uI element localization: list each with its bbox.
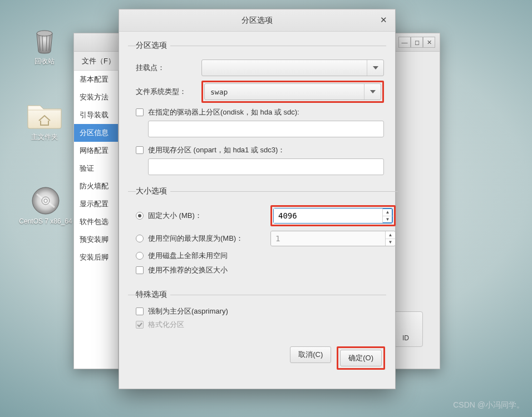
special-options-group: 特殊选项 强制为主分区(asprimary) 格式化分区 — [128, 290, 386, 339]
mount-point-value — [202, 60, 367, 76]
size-fixed-label: 固定大小 (MB)： — [148, 211, 266, 221]
sidebar-item[interactable]: 安装后脚 — [74, 249, 118, 266]
sidebar-item[interactable]: 网络配置 — [74, 142, 118, 160]
size-fill-label: 使用磁盘上全部未用空间 — [148, 251, 228, 261]
bg-minimize-button[interactable]: — — [398, 37, 411, 48]
maximize-icon: ◻ — [415, 39, 420, 46]
ondisk-checkbox[interactable] — [136, 108, 144, 116]
desktop-icon-home[interactable]: 主文件夹 — [19, 99, 70, 142]
format-checkbox — [136, 321, 144, 329]
partition-options-group: 分区选项 挂载点： 文件系统类型： swap — [128, 41, 386, 181]
cancel-button[interactable]: 取消(C) — [290, 346, 331, 363]
fs-type-label: 文件系统类型： — [136, 87, 201, 97]
bg-sidebar: 基本配置 安装方法 引导装载 分区信息 网络配置 验证 防火墙配 显示配置 软件… — [74, 70, 119, 369]
size-fixed-radio[interactable] — [136, 212, 144, 220]
onpart-input[interactable] — [148, 158, 384, 175]
dialog-close-button[interactable]: ✕ — [377, 14, 390, 26]
dialog-title: 分区选项 — [242, 16, 273, 26]
bg-maximize-button[interactable]: ◻ — [411, 37, 423, 48]
fs-type-combo[interactable]: swap — [204, 83, 381, 100]
disc-label: CentOS 7 x86_64 — [12, 217, 79, 225]
minimize-icon: — — [402, 39, 408, 46]
folder-icon — [24, 99, 65, 130]
sidebar-item[interactable]: 安装方法 — [74, 88, 118, 106]
disc-icon — [31, 186, 60, 215]
desktop-icon-trash[interactable]: 回收站 — [19, 23, 70, 66]
size-max-input — [271, 231, 385, 246]
sidebar-item[interactable]: 软件包选 — [74, 213, 118, 231]
chevron-down-icon — [364, 84, 381, 100]
size-options-legend: 大小选项 — [136, 186, 170, 196]
trash-icon — [29, 23, 60, 54]
size-max-label: 使用空间的最大限度为(MB)： — [148, 234, 266, 244]
format-label: 格式化分区 — [148, 320, 184, 330]
ondisk-check-label: 在指定的驱动器上分区(ondisk，如 hda 或 sdc): — [148, 107, 299, 117]
svg-point-3 — [44, 199, 47, 202]
size-fill-radio[interactable] — [136, 252, 144, 260]
onpart-check-label: 使用现存分区 (onpart，如 hda1 或 sdc3)： — [148, 145, 285, 155]
partition-options-legend: 分区选项 — [136, 41, 170, 51]
sidebar-item-partition[interactable]: 分区信息 — [74, 124, 118, 142]
fs-type-value: swap — [205, 84, 364, 100]
ok-highlight: 确定(O) — [337, 346, 385, 370]
check-icon — [137, 322, 142, 327]
close-icon: ✕ — [380, 15, 387, 25]
chevron-down-icon — [367, 60, 383, 76]
close-icon: ✕ — [427, 39, 432, 46]
trash-label: 回收站 — [19, 57, 70, 66]
sidebar-item[interactable]: 显示配置 — [74, 195, 118, 213]
sidebar-item[interactable]: 验证 — [74, 160, 118, 177]
sidebar-item[interactable]: 防火墙配 — [74, 177, 118, 195]
size-norecommend-label: 使用不推荐的交换区大小 — [148, 265, 228, 275]
size-fixed-spinner[interactable]: ▲▼ — [273, 208, 393, 224]
spinner-up-icon[interactable]: ▲ — [383, 209, 392, 216]
size-options-group: 大小选项 固定大小 (MB)： ▲▼ 使用空间的最大限度为(MB)： — [128, 186, 398, 284]
asprimary-label: 强制为主分区(asprimary) — [148, 306, 228, 316]
sidebar-item[interactable]: 基本配置 — [74, 71, 118, 88]
bg-close-button[interactable]: ✕ — [423, 37, 435, 48]
sidebar-item[interactable]: 引导装载 — [74, 106, 118, 124]
onpart-checkbox[interactable] — [136, 146, 144, 154]
mount-point-combo[interactable] — [201, 59, 384, 76]
ondisk-input[interactable] — [148, 121, 384, 137]
spinner-down-icon[interactable]: ▼ — [383, 216, 392, 224]
spinner-down-icon[interactable]: ▼ — [386, 239, 395, 246]
size-fixed-input[interactable] — [274, 209, 382, 223]
watermark-text: CSDN @小冯同学。 — [453, 400, 524, 410]
mount-point-label: 挂载点： — [136, 63, 201, 73]
special-options-legend: 特殊选项 — [136, 290, 170, 300]
spinner-up-icon[interactable]: ▲ — [386, 231, 395, 239]
fs-type-highlight: swap — [201, 81, 384, 103]
size-norecommend-checkbox[interactable] — [136, 266, 144, 274]
size-max-spinner[interactable]: ▲▼ — [270, 231, 396, 246]
home-label: 主文件夹 — [19, 132, 70, 142]
desktop-icon-disc[interactable]: CentOS 7 x86_64 — [12, 186, 79, 225]
sidebar-item[interactable]: 预安装脚 — [74, 231, 118, 249]
partition-options-dialog: 分区选项 ✕ 分区选项 挂载点： 文件系统类型： — [119, 9, 396, 389]
size-fixed-highlight: ▲▼ — [270, 205, 396, 226]
size-max-radio[interactable] — [136, 235, 144, 242]
svg-point-0 — [37, 31, 52, 36]
asprimary-checkbox[interactable] — [136, 307, 144, 315]
dialog-titlebar: 分区选项 ✕ — [119, 9, 395, 32]
ok-button[interactable]: 确定(O) — [340, 350, 382, 366]
